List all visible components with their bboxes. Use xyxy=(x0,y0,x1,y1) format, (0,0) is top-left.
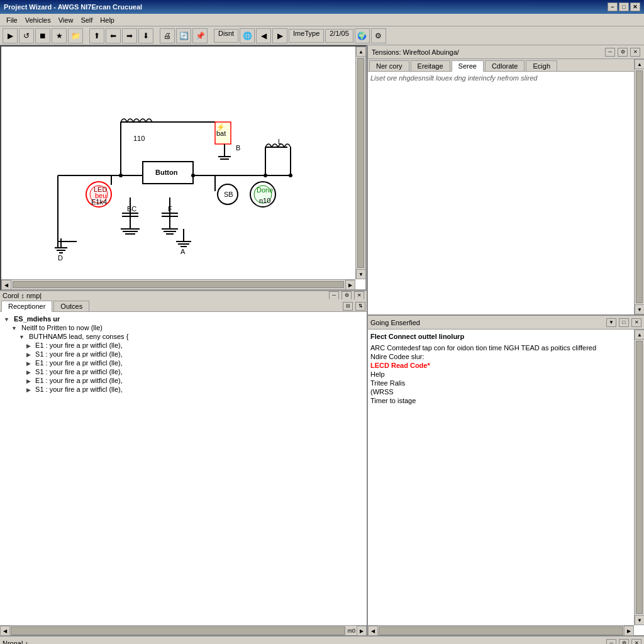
toolbar-down[interactable]: ⬇ xyxy=(138,28,153,43)
tab-ctrl-sort[interactable]: ⇅ xyxy=(355,302,365,311)
schematic-hscroll[interactable]: ◀ ▶ xyxy=(1,279,355,289)
props-hscroll[interactable]: ◀ ▶ xyxy=(368,625,634,635)
scroll-left-btn[interactable]: ◀ xyxy=(1,280,11,290)
props-hscroll-right[interactable]: ▶ xyxy=(624,626,634,636)
tree-item-5[interactable]: ▶ E1 : your fire a pr witficl (lle), xyxy=(3,358,364,367)
toolbar-disnt[interactable]: Disnt xyxy=(214,29,238,43)
menu-file[interactable]: File xyxy=(3,15,21,25)
scroll-right-btn[interactable]: ▶ xyxy=(345,280,355,290)
panel-ctrl-3[interactable]: ✕ xyxy=(354,291,364,300)
tree-toggle-3[interactable]: ▶ xyxy=(26,343,31,349)
right-panel-header: Tensions: Wireftool Abuinga/ ─ ⚙ ✕ xyxy=(368,45,644,59)
tree-scroll-right[interactable]: ▶ xyxy=(357,626,367,636)
toolbar-up[interactable]: ⬆ xyxy=(89,28,104,43)
right-scroll-up[interactable]: ▲ xyxy=(635,59,644,69)
props-tritee[interactable]: Tritee Ralis xyxy=(370,379,641,387)
tab-nercory[interactable]: Ner cory xyxy=(369,60,409,71)
props-arc-text[interactable]: ARC Comtedesf tap con for oidon tion tim… xyxy=(370,343,641,352)
props-scroll-up[interactable]: ▲ xyxy=(635,330,644,340)
tree-item-3[interactable]: ▶ E1 : your fire a pr witficl (lle), xyxy=(3,341,364,350)
tree-root[interactable]: ▼ ES_mdiehs ur xyxy=(3,314,364,323)
menu-vehicles[interactable]: Vehicles xyxy=(21,15,55,25)
props-ctrl-restore[interactable]: □ xyxy=(619,318,629,327)
right-scroll-down[interactable]: ▼ xyxy=(635,304,644,314)
props-wrss[interactable]: (WRSS xyxy=(370,387,641,396)
toolbar-print[interactable]: 🖨 xyxy=(160,28,175,43)
tree-item-8[interactable]: ▶ S1 : your fire a pr witficl (lle), xyxy=(3,385,364,394)
toolbar-2n05[interactable]: 2/1/05 xyxy=(325,29,353,43)
tree-toggle-5[interactable]: ▶ xyxy=(26,360,31,367)
toolbar-folder[interactable]: 📁 xyxy=(68,28,83,43)
svg-text:A: A xyxy=(180,248,186,255)
toolbar-gear[interactable]: ⚙ xyxy=(371,28,386,43)
toolbar-pin[interactable]: 📌 xyxy=(192,28,208,43)
props-panel: Going Enserfied ▼ □ ✕ Flect Connect outt… xyxy=(368,316,644,635)
tab-ereitage[interactable]: Ereitage xyxy=(411,60,450,71)
toolbar-rotate[interactable]: 🔄 xyxy=(176,28,191,43)
schematic-area[interactable]: D LED beu E1k4 110 Button xyxy=(0,45,367,291)
tree-item-1[interactable]: ▼ Neitlf to Pritten to now (lle) xyxy=(3,323,364,332)
tab-ecigh[interactable]: Ecigh xyxy=(526,60,557,71)
menu-view[interactable]: View xyxy=(55,15,77,25)
right-ctrl-1[interactable]: ─ xyxy=(605,48,615,57)
bottom-ctrl-3[interactable]: ✕ xyxy=(631,639,641,645)
tree-hscroll[interactable]: ◀ m0 ▶ xyxy=(0,625,367,635)
tab-outces[interactable]: Outces xyxy=(53,301,89,311)
tree-toggle-1[interactable]: ▼ xyxy=(11,325,17,331)
schematic-vscroll[interactable]: ▲ ▼ xyxy=(355,47,365,279)
main-layout: D LED beu E1k4 110 Button xyxy=(0,45,644,635)
props-ctrl-dropdown[interactable]: ▼ xyxy=(606,318,616,327)
tree-scroll-left[interactable]: ◀ xyxy=(0,626,10,636)
props-hscroll-left[interactable]: ◀ xyxy=(368,626,378,636)
maximize-button[interactable]: □ xyxy=(619,3,629,11)
toolbar-right[interactable]: ➡ xyxy=(122,28,137,43)
props-vscroll[interactable]: ▲ ▼ xyxy=(634,330,644,625)
close-button[interactable]: ✕ xyxy=(630,3,640,11)
props-help[interactable]: Help xyxy=(370,370,641,379)
menu-help[interactable]: Help xyxy=(96,15,118,25)
props-ndire[interactable]: Ndire Codee slur: xyxy=(370,352,641,361)
toolbar-left[interactable]: ⬅ xyxy=(106,28,121,43)
right-ctrl-3[interactable]: ✕ xyxy=(630,48,640,57)
props-ctrl-close[interactable]: ✕ xyxy=(631,318,641,327)
toolbar-star[interactable]: ★ xyxy=(52,28,67,43)
toolbar-globe1[interactable]: 🌐 xyxy=(240,28,255,43)
panel-ctrl-2[interactable]: ⚙ xyxy=(341,291,352,300)
tab-ctrl-filter[interactable]: ⊟ xyxy=(343,302,353,311)
toolbar-imetype[interactable]: ImeType xyxy=(289,29,324,43)
toolbar-arrow-l[interactable]: ◀ xyxy=(256,28,271,43)
tree-toggle-0[interactable]: ▼ xyxy=(4,316,9,323)
bottom-ctrl-2[interactable]: ⚙ xyxy=(619,639,629,645)
tree-toggle-6[interactable]: ▶ xyxy=(26,369,31,375)
props-lecd[interactable]: LECD Read Code* xyxy=(370,361,641,370)
tab-seree[interactable]: Seree xyxy=(452,60,484,72)
props-timer[interactable]: Timer to istage xyxy=(370,396,641,405)
tab-cdlorate[interactable]: Cdlorate xyxy=(485,60,525,71)
tree-item-4[interactable]: ▶ S1 : your fire a pr witficl (lle), xyxy=(3,350,364,358)
tree-toggle-4[interactable]: ▶ xyxy=(26,352,31,358)
toolbar-refresh[interactable]: ↺ xyxy=(19,28,34,43)
minimize-button[interactable]: − xyxy=(608,3,618,11)
tree-item-6[interactable]: ▶ S1 : your fire a pr witficl (lle), xyxy=(3,367,364,376)
right-ctrl-2[interactable]: ⚙ xyxy=(618,48,628,57)
bottom-ctrl-1[interactable]: ─ xyxy=(606,639,616,645)
tree-toggle-2[interactable]: ▼ xyxy=(19,334,25,340)
tree-item-2[interactable]: ▼ BUTHNAM5 lead, seny conses { xyxy=(3,332,364,341)
svg-text:D: D xyxy=(58,254,63,262)
tree-item-7[interactable]: ▶ E1 : your fire a pr witficl (lle), xyxy=(3,376,364,385)
toolbar-stop[interactable]: ⏹ xyxy=(35,28,50,43)
tree-panel[interactable]: ▼ ES_mdiehs ur ▼ Neitlf to Pritten to no… xyxy=(0,312,367,625)
toolbar-run[interactable]: ▶ xyxy=(3,28,18,43)
tree-toggle-7[interactable]: ▶ xyxy=(26,378,31,384)
tree-toggle-8[interactable]: ▶ xyxy=(26,387,31,393)
scroll-down-btn[interactable]: ▼ xyxy=(356,269,366,279)
tab-receptioner[interactable]: Receptioner xyxy=(1,301,52,312)
svg-point-64 xyxy=(119,174,123,177)
toolbar-arrow-r[interactable]: ▶ xyxy=(272,28,287,43)
right-vscroll[interactable]: ▲ ▼ xyxy=(634,59,644,314)
menu-self[interactable]: Self xyxy=(77,15,96,25)
panel-ctrl-1[interactable]: ─ xyxy=(329,291,339,300)
scroll-up-btn[interactable]: ▲ xyxy=(356,47,366,57)
props-scroll-down[interactable]: ▼ xyxy=(635,615,644,625)
toolbar-globe2[interactable]: 🌍 xyxy=(355,28,370,43)
